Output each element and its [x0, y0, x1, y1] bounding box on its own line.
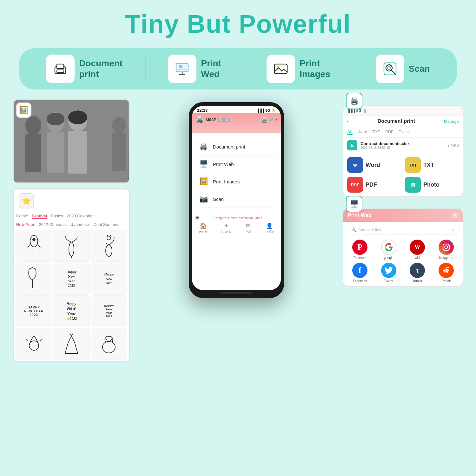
app-twitter[interactable]: Twitter: [376, 263, 402, 283]
doc-back-button[interactable]: ‹: [347, 119, 349, 124]
app-reddit[interactable]: Reddit: [433, 263, 459, 283]
doc-tab-word[interactable]: Word: [358, 129, 367, 135]
doc-types-grid: W Word TXT TXT PDF PDF 🖼 Photo: [343, 153, 463, 196]
app-wiki[interactable]: W wiki: [405, 240, 430, 260]
divider-2: [244, 56, 244, 82]
svg-point-36: [107, 236, 111, 240]
tab-calendar[interactable]: 2023 Calendar: [67, 214, 94, 219]
template-item-6[interactable]: HappyNew2023: [91, 263, 127, 294]
twitter-icon: [381, 263, 396, 278]
menu-item-scan[interactable]: 📷 Scan: [196, 190, 277, 208]
doc-tab-txt[interactable]: TXT: [372, 129, 380, 135]
doc-file-row[interactable]: E Contract documents.xlsx 2023-03-15 16:…: [343, 138, 463, 153]
phone-device: 12:13 ▐▐▐ 5G 🔋 🖨️ M08F Letter: [189, 102, 284, 298]
doc-type-word[interactable]: W Word: [347, 157, 401, 173]
twitter-label: Twitter: [384, 279, 393, 283]
template-item-1[interactable]: [16, 230, 52, 262]
doc-panel-icon: 🖨️: [346, 93, 362, 109]
app-instagram[interactable]: Instagram: [433, 240, 459, 260]
tab-festival[interactable]: Festival: [32, 214, 47, 219]
page-title: Tiny But Powerful: [0, 0, 476, 39]
app-facebook[interactable]: f Facebook: [347, 263, 373, 283]
nav-home[interactable]: 🏠 Home: [199, 222, 207, 233]
app-tumblr[interactable]: t Tumblr: [405, 263, 430, 283]
doc-tabs: All Word TXT PDF Excel: [343, 127, 463, 138]
more-icon[interactable]: ›: [275, 117, 277, 123]
doc-type-photo[interactable]: 🖼 Photo: [405, 177, 459, 193]
doc-print-icon: [46, 55, 75, 83]
svg-rect-19: [47, 132, 64, 173]
doc-type-txt[interactable]: TXT TXT: [405, 157, 459, 173]
doc-tab-all[interactable]: All: [347, 129, 353, 135]
menu-item-printweb[interactable]: 🖥️ Print Web: [196, 155, 277, 173]
label-coolsummer[interactable]: Cool Summer: [93, 222, 118, 227]
nav-mail[interactable]: ✉ Mail: [246, 222, 251, 233]
doc-tab-pdf[interactable]: PDF: [385, 129, 393, 135]
template-item-11[interactable]: [53, 328, 89, 360]
driver-guide-text: Computer Driver Installation Guide: [214, 216, 262, 220]
tab-comic[interactable]: Comic: [16, 214, 28, 219]
feature-print-web[interactable]: PrintWed: [168, 55, 221, 83]
template-item-9[interactable]: HAPPYNewYear2023: [91, 295, 127, 327]
svg-point-35: [106, 245, 112, 256]
doc-tab-excel[interactable]: Excel: [399, 129, 409, 135]
template-item-12[interactable]: [91, 328, 127, 360]
menu-scan-label: Scan: [213, 196, 224, 202]
templates-grid: HappyNewYear2023 HappyNew2023 HAPPYNEW Y…: [14, 229, 129, 361]
bottom-nav: 🏠 Home ✦ Graphic ✉ Mail: [192, 221, 281, 235]
template-item-10[interactable]: [16, 328, 52, 360]
web-help-icon[interactable]: ?: [452, 212, 458, 219]
print-icon[interactable]: 🖨️: [261, 117, 268, 123]
feature-bar: Documentprint PrintWed PrintImages: [19, 48, 457, 89]
facebook-icon: f: [352, 263, 367, 278]
app-header-bar: 🖨️ M08F Letter 🖨️ ✓ ›: [196, 116, 277, 123]
nav-profile[interactable]: 👤 Profile: [266, 222, 274, 233]
main-area: 🖼️: [13, 99, 463, 362]
template-item-7[interactable]: HAPPYNEW YEAR2023: [16, 295, 52, 327]
menu-item-docprint[interactable]: 🖨️ Document print: [196, 138, 277, 155]
label-chrismas[interactable]: 2022 Chrismas: [39, 222, 67, 227]
template-item-4[interactable]: [16, 263, 52, 294]
template-item-8[interactable]: HappyNewYear⭐2023: [53, 295, 89, 327]
search-icon: 🔍: [351, 227, 357, 232]
feature-doc-print[interactable]: Documentprint: [46, 55, 122, 83]
pdf-label: PDF: [366, 182, 377, 188]
phone-screen: 12:13 ▐▐▐ 5G 🔋 🖨️ M08F Letter: [192, 106, 281, 290]
doc-type-pdf[interactable]: PDF PDF: [347, 177, 401, 193]
svg-rect-9: [274, 64, 287, 74]
templates-tabs[interactable]: Comic Festival Basics 2023 Calendar: [14, 212, 129, 221]
driver-guide-link[interactable]: 🖥️ Computer Driver Installation Guide ›: [192, 215, 281, 221]
paper-size-badge: Letter: [218, 118, 230, 122]
app-menu: 🖨️ Document print 🖥️ Print Web 🖼️ Print …: [192, 133, 281, 213]
svg-point-26: [47, 113, 64, 125]
website-link-input[interactable]: Website link: [359, 228, 449, 232]
check-icon[interactable]: ✓: [269, 117, 274, 123]
txt-icon: TXT: [405, 157, 421, 173]
clear-search-icon[interactable]: ✕: [452, 228, 455, 232]
svg-line-43: [40, 339, 42, 341]
home-indicator: [221, 292, 252, 294]
reddit-label: Reddit: [441, 279, 451, 283]
reddit-icon: [439, 263, 454, 278]
label-newyear[interactable]: New Year: [16, 222, 35, 227]
tumblr-label: Tumblr: [413, 279, 422, 283]
doc-file-size: 9.75KB: [447, 143, 459, 147]
templates-card: ⭐ Comic Festival Basics 2023 Calendar Ne…: [13, 188, 130, 362]
nav-graphic[interactable]: ✦ Graphic: [221, 222, 231, 233]
tab-basics[interactable]: Basics: [51, 214, 63, 219]
menu-printweb-label: Print Web: [213, 162, 234, 167]
doc-file-name: Contract documents.xlsx: [360, 141, 444, 146]
feature-scan[interactable]: Scan: [376, 55, 430, 83]
app-google[interactable]: google: [376, 240, 402, 260]
app-pinterest[interactable]: P Pinterest: [347, 240, 373, 260]
template-item-2[interactable]: [53, 230, 89, 262]
feature-print-images[interactable]: PrintImages: [267, 55, 330, 83]
svg-rect-1: [57, 64, 64, 69]
menu-item-printimages[interactable]: 🖼️ Print Images: [196, 173, 277, 190]
template-item-3[interactable]: [91, 230, 127, 262]
svg-point-33: [69, 242, 74, 256]
doc-manage-button[interactable]: Manage: [444, 119, 459, 124]
template-item-5[interactable]: HappyNewYear2023: [53, 263, 89, 294]
label-japanese[interactable]: Japanese: [71, 222, 89, 227]
menu-printimages-label: Print Images: [213, 179, 240, 184]
